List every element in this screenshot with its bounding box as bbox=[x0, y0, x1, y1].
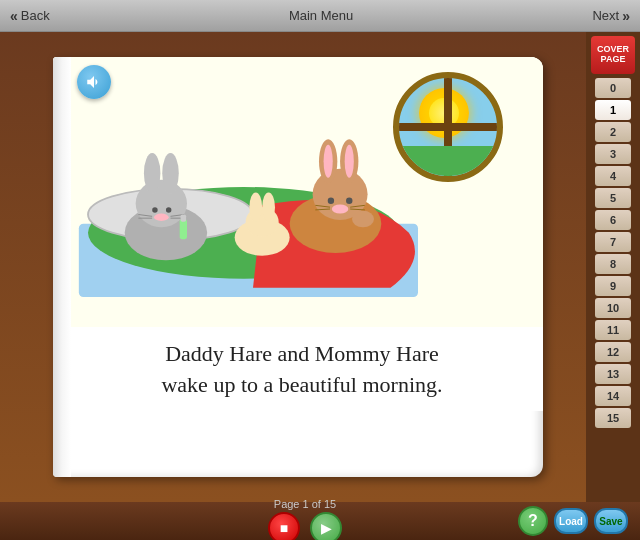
page-btn-6[interactable]: 6 bbox=[595, 210, 631, 230]
svg-point-24 bbox=[324, 145, 333, 178]
help-icon: ? bbox=[528, 512, 538, 530]
svg-rect-19 bbox=[181, 215, 187, 222]
bottom-bar: Page 1 of 15 ■ ▶ ? Load Save bbox=[0, 502, 640, 540]
story-line-2: wake up to a beautiful morning. bbox=[161, 372, 442, 397]
main-area: Daddy Hare and Mommy Hare wake up to a b… bbox=[0, 32, 640, 502]
page-btn-3[interactable]: 3 bbox=[595, 144, 631, 164]
help-button[interactable]: ? bbox=[518, 506, 548, 536]
page-btn-7[interactable]: 7 bbox=[595, 232, 631, 252]
main-menu-button[interactable]: Main Menu bbox=[289, 8, 353, 23]
svg-point-33 bbox=[352, 211, 374, 228]
back-button[interactable]: « Back bbox=[10, 8, 50, 24]
page-btn-15[interactable]: 15 bbox=[595, 408, 631, 428]
svg-rect-18 bbox=[180, 219, 187, 239]
page-info: Page 1 of 15 bbox=[274, 498, 336, 510]
svg-point-26 bbox=[328, 198, 334, 204]
page-btn-11[interactable]: 11 bbox=[595, 320, 631, 340]
save-button[interactable]: Save bbox=[594, 508, 628, 534]
svg-point-10 bbox=[162, 153, 179, 193]
top-bar: « Back Main Menu Next » bbox=[0, 0, 640, 32]
illustration bbox=[53, 57, 543, 327]
next-chevron: » bbox=[622, 8, 630, 24]
stop-icon: ■ bbox=[280, 520, 288, 536]
back-chevron: « bbox=[10, 8, 18, 24]
book-page: Daddy Hare and Mommy Hare wake up to a b… bbox=[53, 57, 543, 477]
svg-point-11 bbox=[152, 207, 158, 213]
svg-point-13 bbox=[154, 214, 169, 221]
load-button[interactable]: Load bbox=[554, 508, 588, 534]
cover-label-line2: PAGE bbox=[601, 55, 626, 65]
page-btn-5[interactable]: 5 bbox=[595, 188, 631, 208]
bottom-right-actions: ? Load Save bbox=[518, 506, 628, 536]
load-label: Load bbox=[559, 516, 583, 527]
svg-point-27 bbox=[346, 198, 352, 204]
svg-point-28 bbox=[332, 204, 349, 213]
back-label: Back bbox=[21, 8, 50, 23]
page-btn-14[interactable]: 14 bbox=[595, 386, 631, 406]
next-label: Next bbox=[592, 8, 619, 23]
sidebar: COVER PAGE 0 1 2 3 4 5 6 7 8 9 10 11 12 … bbox=[586, 32, 640, 502]
sound-button[interactable] bbox=[77, 65, 111, 99]
play-icon: ▶ bbox=[321, 520, 332, 536]
svg-point-5 bbox=[249, 193, 262, 222]
story-line-1: Daddy Hare and Mommy Hare bbox=[165, 341, 439, 366]
page-btn-1[interactable]: 1 bbox=[595, 100, 631, 120]
svg-point-12 bbox=[166, 207, 172, 213]
rabbits-illustration bbox=[73, 77, 433, 297]
page-btn-2[interactable]: 2 bbox=[595, 122, 631, 142]
playback-controls: ■ ▶ bbox=[268, 512, 342, 540]
book-area: Daddy Hare and Mommy Hare wake up to a b… bbox=[0, 32, 586, 502]
story-text: Daddy Hare and Mommy Hare wake up to a b… bbox=[81, 339, 523, 401]
save-label: Save bbox=[599, 516, 622, 527]
page-btn-13[interactable]: 13 bbox=[595, 364, 631, 384]
page-btn-8[interactable]: 8 bbox=[595, 254, 631, 274]
svg-point-9 bbox=[144, 153, 161, 193]
page-btn-12[interactable]: 12 bbox=[595, 342, 631, 362]
stop-button[interactable]: ■ bbox=[268, 512, 300, 540]
next-button[interactable]: Next » bbox=[592, 8, 630, 24]
page-btn-10[interactable]: 10 bbox=[595, 298, 631, 318]
page-btn-0[interactable]: 0 bbox=[595, 78, 631, 98]
cover-page-button[interactable]: COVER PAGE bbox=[591, 36, 635, 74]
play-button[interactable]: ▶ bbox=[310, 512, 342, 540]
sound-icon bbox=[85, 73, 103, 91]
text-area: Daddy Hare and Mommy Hare wake up to a b… bbox=[53, 327, 543, 411]
page-btn-9[interactable]: 9 bbox=[595, 276, 631, 296]
page-btn-4[interactable]: 4 bbox=[595, 166, 631, 186]
svg-point-6 bbox=[262, 193, 275, 222]
main-menu-label: Main Menu bbox=[289, 8, 353, 23]
svg-point-25 bbox=[345, 145, 354, 178]
